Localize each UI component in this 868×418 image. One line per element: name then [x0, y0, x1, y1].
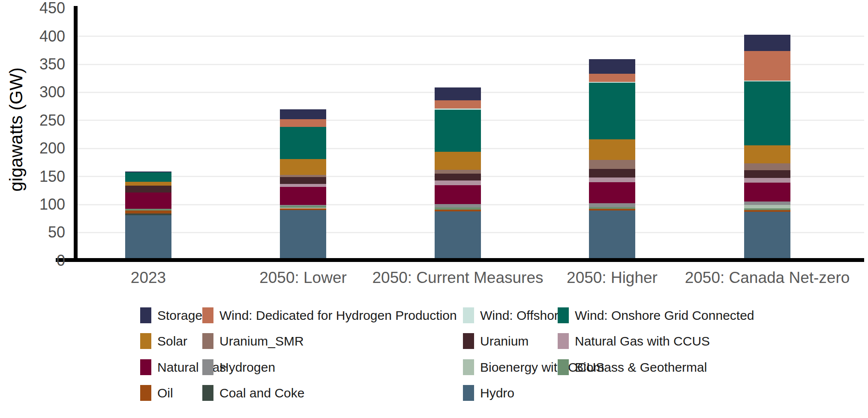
bar-segment — [435, 180, 481, 185]
bar-segment — [744, 210, 790, 212]
bar-segment — [744, 35, 790, 51]
legend-label: Natural Gas with CCUS — [575, 333, 710, 349]
bar-segment — [435, 211, 481, 261]
legend-swatch-icon — [140, 333, 151, 349]
bar-segment — [589, 203, 635, 207]
bar-segment — [589, 207, 635, 209]
bar-segment — [435, 185, 481, 204]
bar-segment — [280, 109, 326, 119]
bar-segment — [125, 186, 171, 192]
bar-segment — [589, 160, 635, 169]
bar-segment — [744, 51, 790, 81]
bar-segment — [744, 201, 790, 205]
bar-segment — [280, 187, 326, 204]
legend-swatch-icon — [558, 307, 569, 323]
bar-segment — [280, 127, 326, 159]
legend-label: Oil — [157, 385, 173, 401]
legend-swatch-icon — [202, 307, 213, 323]
legend-swatch-icon — [463, 359, 474, 375]
bar-segment — [280, 206, 326, 208]
bar-segment — [435, 108, 481, 110]
bar-segment — [125, 182, 171, 186]
y-tick-label-400: 400 — [12, 27, 65, 45]
bar-segment — [589, 211, 635, 260]
bar-segment — [125, 192, 171, 209]
y-tick-label-450: 450 — [12, 0, 65, 17]
bar-segment — [744, 212, 790, 261]
legend-swatch-icon — [463, 333, 474, 349]
bar-segment — [280, 184, 326, 187]
legend-swatch-icon — [463, 385, 474, 401]
bar-segment — [435, 100, 481, 108]
bar-segment — [280, 208, 326, 211]
bar-segment — [744, 163, 790, 170]
bar-segment — [435, 87, 481, 101]
legend-label: Hydrogen — [219, 359, 275, 375]
bar-segment — [589, 182, 635, 203]
y-tick-label-150: 150 — [12, 168, 65, 186]
bar-segment — [435, 170, 481, 174]
x-category-label: 2050: Canada Net-zero — [656, 268, 868, 287]
y-tick-label-250: 250 — [12, 111, 65, 129]
legend-label: Wind: Offshore — [480, 307, 566, 323]
legend-swatch-icon — [558, 333, 569, 349]
bar-segment — [744, 170, 790, 178]
bar-segment — [589, 169, 635, 177]
legend-label: Hydro — [480, 385, 514, 401]
legend-swatch-icon — [202, 359, 213, 375]
y-tick-label-200: 200 — [12, 139, 65, 157]
legend-swatch-icon — [558, 359, 569, 375]
bar-segment — [125, 172, 171, 182]
bar-segment — [744, 178, 790, 183]
bar-segment — [589, 82, 635, 83]
legend-swatch-icon — [202, 385, 213, 401]
legend-swatch-icon — [140, 307, 151, 323]
legend-swatch-icon — [463, 307, 474, 323]
bar-segment — [589, 83, 635, 139]
bar-segment — [589, 74, 635, 81]
y-tick-label-300: 300 — [12, 83, 65, 101]
bar-segment — [435, 207, 481, 210]
y-tick-label-350: 350 — [12, 55, 65, 73]
bar-segment — [435, 204, 481, 207]
bar-segment — [744, 183, 790, 201]
bar-segment — [435, 174, 481, 180]
bar-segment — [280, 177, 326, 184]
legend-label: Uranium — [480, 333, 529, 349]
bar-segment — [125, 171, 171, 172]
bar-segment — [744, 81, 790, 145]
bar-segment — [280, 205, 326, 206]
y-tick-label-0: 0 — [12, 252, 65, 270]
bar-segment — [125, 214, 171, 215]
bar-segment — [744, 205, 790, 208]
legend-label: Storage — [157, 307, 202, 323]
legend-label: Solar — [157, 333, 187, 349]
legend-label: Wind: Onshore Grid Connected — [575, 307, 754, 323]
bar-segment — [589, 59, 635, 74]
y-tick-label-100: 100 — [12, 195, 65, 214]
legend-label: Coal and Coke — [219, 385, 304, 401]
legend-swatch-icon — [140, 359, 151, 375]
bar-segment — [280, 159, 326, 175]
bar-segment — [280, 175, 326, 177]
y-axis-line — [74, 6, 78, 262]
bar-segment — [435, 210, 481, 211]
x-axis-line — [56, 258, 864, 262]
bar-segment — [280, 210, 326, 261]
bar-segment — [125, 211, 171, 214]
legend-label: Natural Gas — [157, 359, 226, 375]
legend-label: Wind: Dedicated for Hydrogen Production — [219, 307, 457, 323]
legend-swatch-icon — [202, 333, 213, 349]
legend-label: Uranium_SMR — [219, 333, 304, 349]
bar-segment — [744, 145, 790, 163]
legend-label: Biomass & Geothermal — [575, 359, 707, 375]
bar-segment — [280, 119, 326, 127]
bar-segment — [589, 209, 635, 211]
y-tick-label-50: 50 — [12, 223, 65, 241]
bar-segment — [744, 208, 790, 210]
bar-segment — [125, 209, 171, 211]
bar-segment — [589, 139, 635, 160]
bar-segment — [435, 110, 481, 152]
legend-swatch-icon — [140, 385, 151, 401]
bar-segment — [744, 81, 790, 81]
